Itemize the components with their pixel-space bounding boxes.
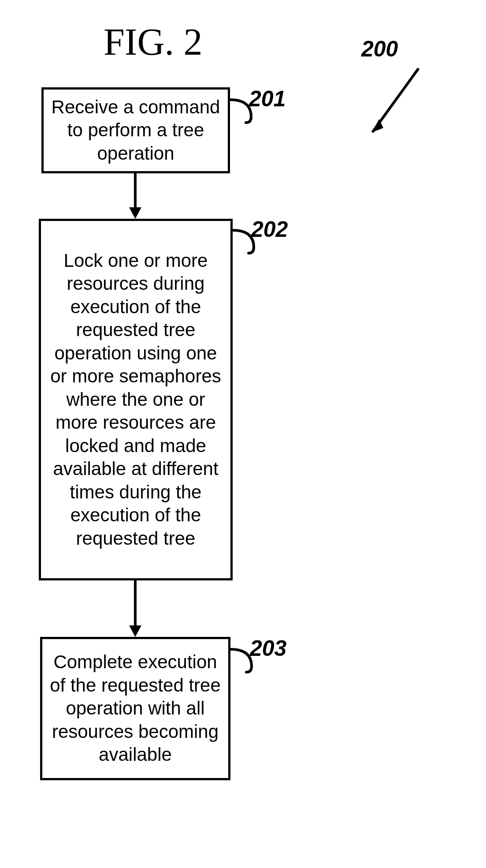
figure-id-label: 200 [361,36,398,62]
flow-step-text: Lock one or more resources during execut… [47,249,224,550]
flow-step-201-hook [229,98,256,125]
flow-step-201: Receive a command to perform a tree oper… [41,87,230,173]
flow-step-text: Complete execution of the requested tree… [48,651,222,767]
figure-id-arrow [352,60,432,148]
flow-step-203-hook [230,648,256,674]
arrow-201-to-202 [134,173,137,209]
flow-step-202-hook [232,229,258,255]
figure-title: FIG. 2 [104,20,203,64]
flow-step-203: Complete execution of the requested tree… [40,637,230,780]
flow-step-text: Receive a command to perform a tree oper… [50,96,222,165]
arrow-201-to-202-head [129,207,141,219]
arrow-202-to-203-head [129,625,141,637]
figure-page: FIG. 2 200 Receive a command to perform … [0,0,486,868]
arrow-202-to-203 [134,580,137,627]
flow-step-202: Lock one or more resources during execut… [39,219,233,580]
